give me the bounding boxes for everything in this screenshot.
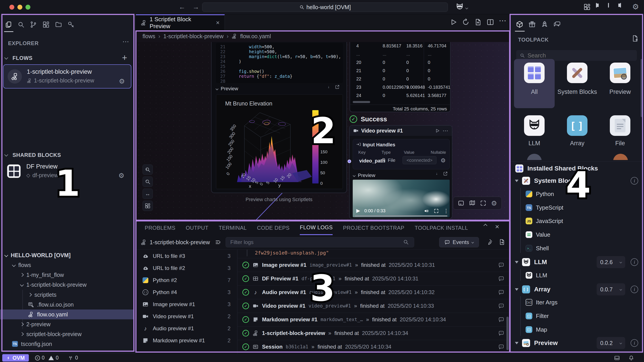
flow-canvas[interactable]: 2122232425262728 width=500, height=500, …	[136, 42, 510, 221]
log-row[interactable]: ✓ 1-scriptlet-block-preview »finished at…	[238, 326, 510, 340]
preview-app-icon[interactable]	[610, 63, 630, 83]
block-llm[interactable]: LLM	[510, 269, 644, 281]
block-filter[interactable]: [ ] Filter	[510, 310, 644, 322]
block-map[interactable]: [ ] Map	[510, 323, 644, 336]
inbox-icon[interactable]	[614, 355, 620, 361]
log-view-mode-icon[interactable]	[215, 239, 221, 245]
log-node-row[interactable]: Python #27	[136, 274, 237, 286]
log-node-row[interactable]: URL to file #23	[136, 262, 237, 274]
tab-flow-logs[interactable]: FLOW LOGS	[300, 221, 332, 235]
log-node-row[interactable]: ()Python #43	[136, 286, 237, 298]
comment-icon[interactable]	[498, 303, 504, 309]
more-actions-icon[interactable]: ⋯	[499, 16, 506, 25]
shared-block-card[interactable]: DF Preview ◇ df-preview ⚙	[3, 160, 131, 183]
block-typescript[interactable]: TS TypeScript	[510, 201, 644, 214]
toggle-panel-icon[interactable]	[458, 200, 464, 206]
flows-collapse-icon[interactable]	[4, 56, 8, 60]
category-all[interactable]: All	[514, 88, 554, 96]
close-panel-icon[interactable]: ×	[495, 223, 499, 231]
info-icon[interactable]: i	[630, 177, 638, 185]
block-python[interactable]: Python	[510, 188, 644, 200]
system-blocks-icon[interactable]	[567, 63, 588, 83]
breadcrumb-flows[interactable]: flows	[142, 33, 155, 40]
block-value[interactable]: Value	[510, 228, 644, 241]
df-table-node[interactable]: 48.81561718.351646.71704 ............ 20…	[350, 42, 450, 112]
video-progress-bar[interactable]	[355, 215, 448, 217]
kebab-menu-icon[interactable]: ⋮	[444, 208, 449, 214]
zoom-in-button[interactable]: +	[142, 164, 153, 175]
chat-icon[interactable]	[553, 20, 561, 29]
source-control-icon[interactable]	[29, 20, 38, 29]
code-editor[interactable]: 2122232425262728 width=500, height=500, …	[216, 43, 343, 83]
filter-logs-input[interactable]	[226, 237, 414, 247]
events-dropdown[interactable]: Events	[439, 237, 479, 247]
info-icon[interactable]: i	[630, 339, 638, 347]
node-more-icon[interactable]: ⋯	[442, 127, 448, 134]
sidebar-scrollbar[interactable]	[641, 59, 643, 117]
category-array[interactable]: Array	[557, 139, 597, 147]
tree-item-2-preview[interactable]: 2-preview	[0, 319, 134, 329]
video-preview-header[interactable]: Preview	[353, 173, 375, 178]
mascot-menu[interactable]	[456, 3, 464, 11]
tree-item-scriptlets[interactable]: scriptlets	[0, 290, 134, 300]
scriptlet-node[interactable]: 2122232425262728 width=500, height=500, …	[211, 42, 347, 193]
toggle-bottom-panel-icon[interactable]	[608, 3, 609, 7]
new-toolpack-icon[interactable]	[632, 35, 639, 42]
log-overflow-row[interactable]: 2fw29jso1e0-unsplash.jpg"	[238, 250, 510, 258]
minimap-icon[interactable]	[469, 200, 476, 206]
comment-icon[interactable]	[498, 262, 504, 268]
category-file[interactable]: File	[600, 139, 640, 147]
section-array[interactable]: [ ] Array 0.0.7 i	[510, 283, 644, 296]
maximize-panel-icon[interactable]	[484, 224, 487, 228]
blocks-icon[interactable]	[42, 20, 50, 29]
tree-item-flow-oo-yaml[interactable]: flow.oo.yaml	[0, 309, 134, 319]
log-row[interactable]: ✓ Sessionb361c1a1 »finished at2025/5/20 …	[238, 340, 510, 353]
back-icon[interactable]: ←	[179, 3, 186, 11]
video-node-header[interactable]: Video preview #1 ⋯	[350, 126, 452, 136]
version-dropdown[interactable]: 0.2.6	[597, 256, 625, 268]
category-system-blocks[interactable]: System Blocks	[557, 88, 597, 96]
comment-icon[interactable]	[498, 289, 504, 295]
layout-grid-button[interactable]	[142, 201, 153, 211]
breadcrumb-flow-folder[interactable]: 1-scriptlet-block-preview	[163, 33, 224, 40]
flow-card-gear-icon[interactable]: ⚙	[119, 77, 125, 85]
tab-problems[interactable]: PROBLEMS	[145, 221, 175, 235]
log-row[interactable]: ✓ Markdown preview #1markdown_text_… »fi…	[238, 313, 510, 326]
zoom-out-button[interactable]: −	[142, 177, 153, 187]
log-row[interactable]: ✓ ♪ Audio preview #1audio_preview#1 »fin…	[238, 285, 510, 299]
tab-terminal[interactable]: TERMINAL	[219, 221, 246, 235]
explorer-more-icon[interactable]: ⋯	[122, 38, 129, 45]
shared-collapse-icon[interactable]	[4, 153, 8, 157]
tab-output[interactable]: OUTPUT	[186, 221, 208, 235]
log-node-row[interactable]: Video preview #12	[136, 310, 237, 322]
folder-icon[interactable]	[54, 20, 63, 29]
window-close-button[interactable]	[10, 5, 14, 10]
info-icon[interactable]: i	[630, 286, 638, 293]
connected-value[interactable]: <connected>	[402, 156, 436, 164]
rocket-icon[interactable]	[540, 20, 549, 29]
add-flow-icon[interactable]: +	[122, 53, 127, 63]
toolpack-tab-icon[interactable]	[515, 20, 524, 29]
version-dropdown[interactable]: 0.0.2	[597, 337, 625, 349]
split-editor-icon[interactable]	[486, 18, 494, 26]
category-llm[interactable]: LLM	[514, 139, 554, 147]
command-center[interactable]: hello-world [OVM]	[202, 3, 448, 12]
key-icon[interactable]	[66, 20, 76, 29]
tab-code-deps[interactable]: CODE DEPS	[257, 221, 290, 235]
clear-logs-icon[interactable]	[486, 239, 493, 245]
run-node-icon[interactable]	[435, 128, 440, 133]
tab-toolpack-install[interactable]: TOOLPACK INSTALL	[414, 221, 468, 235]
layout-customize-icon[interactable]	[584, 3, 590, 11]
open-external-icon[interactable]	[443, 171, 448, 176]
comment-icon[interactable]	[498, 344, 504, 350]
category-preview[interactable]: Preview	[600, 88, 640, 96]
log-node-row[interactable]: ♪Audio preview #12	[136, 322, 237, 334]
log-row[interactable]: ✓ Video preview #1video_preview#1 »finis…	[238, 299, 510, 313]
tree-item-flows[interactable]: flows	[0, 260, 134, 270]
forward-icon[interactable]: →	[192, 3, 199, 11]
block-shell[interactable]: >_ Shell	[510, 242, 644, 254]
log-node-row[interactable]: Markdown preview #12	[136, 334, 237, 346]
run-flow-icon[interactable]	[450, 18, 457, 26]
fit-screen-icon[interactable]	[480, 200, 486, 206]
play-icon[interactable]: ▶	[356, 208, 360, 214]
